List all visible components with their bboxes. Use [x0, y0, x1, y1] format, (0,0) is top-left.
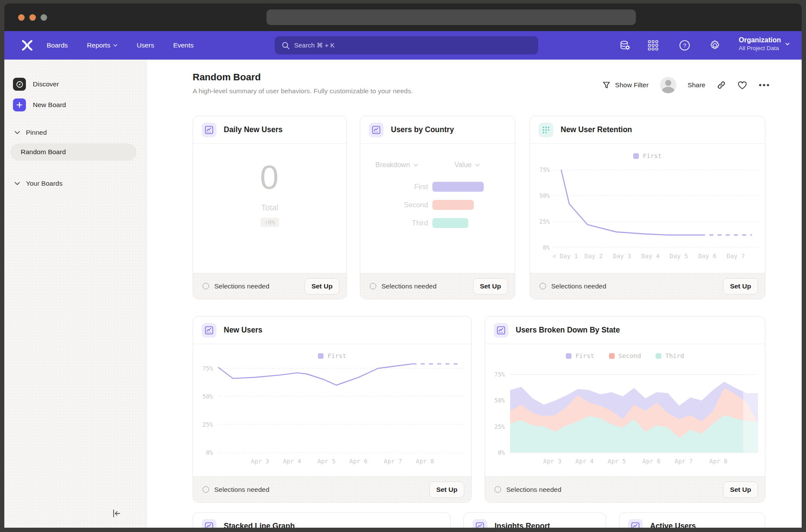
set-up-button[interactable]: Set Up: [473, 278, 508, 294]
search-input[interactable]: Search ⌘ + K: [275, 36, 538, 54]
x-axis-tick: Day 5: [670, 253, 688, 260]
selections-needed-status: Selections needed: [370, 282, 437, 290]
value-bar: [432, 200, 474, 210]
help-icon[interactable]: ?: [679, 40, 690, 51]
top-nav: BoardsReportsUsersEvents Search ⌘ + K: [4, 31, 802, 60]
chart-legend: First: [530, 152, 765, 159]
org-name: Organization: [739, 36, 781, 44]
x-axis-tick: Day 2: [584, 253, 603, 260]
x-axis-tick: Day 6: [698, 253, 716, 260]
y-axis-tick: 0%: [194, 449, 213, 456]
mixpanel-logo-icon[interactable]: [20, 38, 35, 53]
y-axis-tick: 50%: [194, 393, 213, 400]
legend-swatch-icon: [609, 353, 615, 359]
x-axis-tick: Apr 7: [384, 458, 402, 465]
x-axis-tick: Apr 3: [543, 458, 562, 465]
selections-needed-status: Selections needed: [539, 282, 606, 290]
board-actions: Show Filter Share: [602, 77, 770, 93]
sidebar-section-pinned[interactable]: Pinned: [15, 129, 47, 136]
nav-item-boards[interactable]: Boards: [47, 41, 68, 49]
set-up-button[interactable]: Set Up: [305, 278, 340, 294]
zoom-window-button[interactable]: [41, 14, 47, 21]
sidebar-item-new-board[interactable]: New Board: [13, 98, 66, 111]
line-chart-icon: [473, 519, 487, 528]
card-insights-report: Insights Report: [463, 512, 606, 528]
selections-needed-status: Selections needed: [203, 282, 270, 290]
section-label: Your Boards: [26, 180, 63, 187]
collapse-sidebar-icon[interactable]: [112, 509, 121, 518]
y-axis-tick: 50%: [486, 397, 505, 404]
y-axis-tick: 50%: [531, 192, 550, 199]
y-axis-tick: 0%: [486, 449, 505, 456]
share-label: Share: [688, 81, 705, 89]
page-title: Random Board: [193, 72, 261, 83]
nav-menu: BoardsReportsUsersEvents: [47, 41, 194, 49]
x-axis-tick: Apr 5: [608, 458, 626, 465]
value-bar: [432, 182, 484, 192]
row-label: First: [376, 183, 428, 191]
sidebar: Discover New Board Pinned Random Board: [4, 60, 147, 528]
minimize-window-button[interactable]: [29, 14, 36, 21]
state-area-chart: 75%50%25%0%Apr 3Apr 4Apr 5Apr 6Apr 7Apr …: [510, 359, 758, 453]
search-icon: [282, 41, 290, 50]
avatar[interactable]: [660, 77, 676, 93]
legend-swatch-icon: [656, 353, 661, 359]
x-axis-tick: Apr 4: [575, 458, 593, 465]
sidebar-item-discover[interactable]: Discover: [13, 78, 59, 91]
board-name: Random Board: [21, 148, 66, 156]
more-options-icon[interactable]: [758, 83, 770, 87]
x-axis-tick: Day 3: [613, 253, 631, 260]
card-new-user-retention: New User Retention First 75%50%25%0%< Da…: [530, 116, 765, 299]
retention-chart: 75%50%25%0%< Day 1Day 2Day 3Day 4Day 5Da…: [555, 159, 758, 247]
desktop-frame: BoardsReportsUsersEvents Search ⌘ + K: [0, 0, 806, 532]
section-label: Pinned: [26, 129, 47, 136]
favorite-heart-icon[interactable]: [737, 81, 747, 90]
status-circle-icon: [370, 283, 376, 289]
copy-link-icon[interactable]: [717, 80, 726, 90]
x-axis-tick: Apr 3: [251, 458, 269, 465]
settings-gear-icon[interactable]: [709, 40, 720, 51]
breakdown-column-header[interactable]: Breakdown: [375, 161, 418, 169]
plus-icon: [13, 98, 26, 111]
card-title: New User Retention: [561, 125, 632, 134]
card-title: Daily New Users: [224, 125, 282, 134]
card-title: Insights Report: [495, 522, 550, 528]
card-title: Users by Country: [391, 125, 454, 134]
value-column-header[interactable]: Value: [454, 161, 480, 169]
card-daily-new-users: Daily New Users 0 Total ↑0% Selections n…: [193, 116, 347, 299]
org-project: All Project Data: [739, 44, 781, 52]
card-users-by-state: Users Broken Down By State FirstSecondTh…: [485, 316, 765, 503]
show-filter-button[interactable]: Show Filter: [602, 81, 649, 89]
row-label: Third: [376, 219, 428, 227]
nav-item-users[interactable]: Users: [136, 41, 154, 49]
line-chart-icon: [202, 519, 216, 528]
set-up-button[interactable]: Set Up: [723, 481, 758, 498]
search-placeholder: Search ⌘ + K: [294, 41, 335, 49]
card-title: Stacked Line Graph: [224, 522, 295, 528]
org-switcher[interactable]: Organization All Project Data: [739, 36, 790, 52]
x-axis-tick: Apr 8: [416, 458, 434, 465]
status-circle-icon: [539, 283, 546, 289]
status-circle-icon: [203, 486, 209, 493]
close-window-button[interactable]: [18, 14, 25, 21]
main-content: Random Board A high-level summary of use…: [147, 60, 802, 528]
data-settings-icon[interactable]: [619, 40, 631, 51]
legend-item: Second: [609, 352, 641, 359]
sidebar-section-your-boards[interactable]: Your Boards: [15, 180, 63, 187]
chevron-down-icon: [15, 182, 20, 185]
nav-item-reports[interactable]: Reports: [87, 41, 117, 49]
set-up-button[interactable]: Set Up: [723, 278, 758, 294]
chevron-down-icon: [413, 164, 418, 167]
status-circle-icon: [203, 283, 209, 289]
x-axis-tick: Day 7: [727, 253, 745, 260]
card-users-by-country: Users by Country Breakdown Value FirstSe…: [360, 116, 515, 299]
share-button[interactable]: Share: [688, 81, 705, 89]
sidebar-item-random-board[interactable]: Random Board: [10, 143, 136, 161]
nav-item-events[interactable]: Events: [173, 41, 194, 49]
y-axis-tick: 25%: [486, 423, 505, 430]
apps-grid-icon[interactable]: [647, 40, 659, 51]
x-axis-tick: Apr 4: [283, 458, 301, 465]
address-bar[interactable]: [267, 10, 636, 25]
legend-item: First: [566, 352, 594, 359]
set-up-button[interactable]: Set Up: [429, 481, 464, 498]
